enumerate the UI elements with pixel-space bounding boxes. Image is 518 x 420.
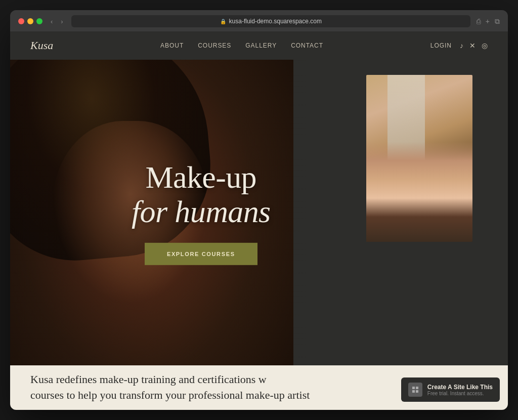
nav-courses[interactable]: COURSES bbox=[198, 42, 231, 49]
browser-actions: ⎙ + ⧉ bbox=[477, 17, 500, 26]
browser-nav-controls: ‹ › bbox=[49, 17, 65, 26]
svg-rect-0 bbox=[412, 387, 415, 389]
url-text: kusa-fluid-demo.squarespace.com bbox=[229, 18, 322, 25]
close-button[interactable] bbox=[18, 18, 24, 24]
hero-content: Make-up for humans EXPLORE COURSES bbox=[132, 160, 271, 265]
squarespace-badge[interactable]: Create A Site Like This Free trial. Inst… bbox=[401, 377, 500, 402]
twitter-icon[interactable]: ✕ bbox=[469, 41, 476, 50]
explore-courses-button[interactable]: EXPLORE COURSES bbox=[145, 243, 257, 265]
login-link[interactable]: LOGIN bbox=[430, 42, 452, 49]
minimize-button[interactable] bbox=[27, 18, 33, 24]
hero-secondary-image bbox=[366, 75, 472, 242]
nav-gallery[interactable]: GALLERY bbox=[245, 42, 277, 49]
nav-right: LOGIN ♪ ✕ ◎ bbox=[430, 41, 488, 50]
badge-title: Create A Site Like This bbox=[427, 384, 493, 391]
browser-window: ‹ › 🔒 kusa-fluid-demo.squarespace.com ⎙ … bbox=[10, 10, 508, 410]
maximize-button[interactable] bbox=[36, 18, 42, 24]
address-bar[interactable]: 🔒 kusa-fluid-demo.squarespace.com bbox=[71, 15, 470, 27]
bottom-text: Kusa redefines make-up training and cert… bbox=[30, 372, 310, 403]
new-tab-icon[interactable]: + bbox=[486, 17, 490, 26]
website: Kusa ABOUT COURSES GALLERY CONTACT LOGIN… bbox=[10, 31, 508, 410]
hero-title-line2: for humans bbox=[132, 194, 271, 229]
forward-button[interactable]: › bbox=[59, 17, 65, 26]
badge-text: Create A Site Like This Free trial. Inst… bbox=[427, 384, 493, 396]
badge-subtitle: Free trial. Instant access. bbox=[427, 391, 493, 396]
tabs-icon[interactable]: ⧉ bbox=[495, 17, 500, 26]
nav-contact[interactable]: CONTACT bbox=[291, 42, 323, 49]
svg-rect-3 bbox=[416, 390, 418, 393]
nav-links: ABOUT COURSES GALLERY CONTACT bbox=[160, 42, 323, 49]
hero-section: Make-up for humans EXPLORE COURSES bbox=[10, 60, 508, 365]
nav-about[interactable]: ABOUT bbox=[160, 42, 184, 49]
site-logo[interactable]: Kusa bbox=[30, 39, 53, 52]
traffic-lights bbox=[18, 18, 42, 24]
share-icon[interactable]: ⎙ bbox=[477, 17, 481, 26]
instagram-icon[interactable]: ◎ bbox=[482, 41, 488, 50]
svg-rect-1 bbox=[416, 387, 418, 389]
secondary-image-inner bbox=[366, 75, 472, 242]
site-nav: Kusa ABOUT COURSES GALLERY CONTACT LOGIN… bbox=[10, 31, 508, 60]
tiktok-icon[interactable]: ♪ bbox=[460, 41, 463, 50]
hero-title-line1: Make-up bbox=[132, 160, 271, 194]
svg-rect-2 bbox=[412, 390, 415, 393]
lock-icon: 🔒 bbox=[220, 19, 226, 24]
squarespace-logo-icon bbox=[408, 383, 422, 397]
back-button[interactable]: ‹ bbox=[49, 17, 55, 26]
bottom-section: Kusa redefines make-up training and cert… bbox=[10, 365, 508, 410]
social-icons: ♪ ✕ ◎ bbox=[460, 41, 488, 50]
browser-chrome: ‹ › 🔒 kusa-fluid-demo.squarespace.com ⎙ … bbox=[10, 10, 508, 31]
